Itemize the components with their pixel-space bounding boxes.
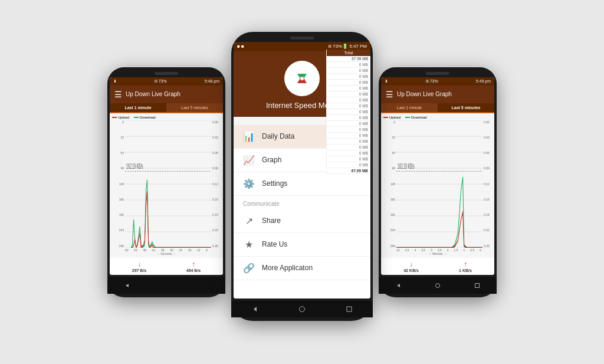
left-graph-svg-element: 162.19 KB/s <box>125 120 211 248</box>
right-upload-arrow-icon: ↑ <box>464 260 467 268</box>
right-download-label: Download <box>411 116 427 119</box>
left-download-speed: ↓ 297 B/s <box>132 260 147 273</box>
left-app-title: Up Down Live Graph <box>126 91 180 97</box>
left-back-btn[interactable] <box>122 281 132 290</box>
left-status-time: 5:48 pm <box>205 79 219 83</box>
right-download-dot <box>405 117 410 118</box>
center-app-icon <box>284 61 320 96</box>
center-phone-speaker <box>290 37 314 40</box>
left-legend-upload: Upload <box>112 116 129 119</box>
center-settings-label: Settings <box>262 179 287 188</box>
left-status-signal: lll 73% <box>155 79 167 83</box>
right-x-axis-label: 104.543.532.521.510.50 ← Minutes → <box>383 248 492 255</box>
right-graph-area: Upload Download 256 224 192 160 128 96 <box>381 113 494 258</box>
center-data-total: 67.99 MB <box>327 168 370 174</box>
left-graph-legend: Upload Download <box>112 116 221 119</box>
right-download-arrow-icon: ↓ <box>409 260 413 268</box>
right-phone: ⬇ lll 73% 5:49 pm ☰ Up Down Live Graph L… <box>379 67 497 297</box>
left-tab-5min[interactable]: Last 5 minutes <box>166 103 223 112</box>
right-hamburger-icon[interactable]: ☰ <box>386 90 393 99</box>
left-graph-svg: 162.19 KB/s <box>125 120 211 248</box>
svg-point-16 <box>300 306 305 311</box>
center-share-icon: ↗ <box>243 215 255 227</box>
svg-text:162.19 KB/s: 162.19 KB/s <box>126 162 143 170</box>
center-phone-screen: ■ ■ lll 73%🔋 5:47 PM <box>234 42 370 299</box>
right-graph-svg-element: 162.19 KB/s <box>396 120 482 248</box>
left-upload-dot <box>112 117 117 118</box>
left-hamburger-icon[interactable]: ☰ <box>114 90 122 99</box>
right-upload-speed: ↑ 1 KB/s <box>459 260 472 273</box>
center-status-right: lll 73%🔋 5:47 PM <box>328 44 367 49</box>
center-back-btn[interactable] <box>250 304 260 314</box>
left-x-axis-label: 6054484236302418126 ← Seconds → <box>112 248 221 255</box>
right-graph-legend: Upload Download <box>383 116 492 119</box>
left-download-arrow-icon: ↓ <box>137 260 141 268</box>
center-menu-share[interactable]: ↗ Share <box>234 209 370 233</box>
center-data-overlay: Total 67.99 MB 0 MB 0 MB 0 MB 0 MB 0 MB … <box>326 50 370 174</box>
center-menu-rate[interactable]: ★ Rate Us <box>234 233 370 257</box>
right-home-btn[interactable] <box>433 281 442 290</box>
right-status-signal: lll 73% <box>426 79 438 83</box>
left-app-header: ☰ Up Down Live Graph <box>110 86 223 103</box>
right-x-label: ← Minutes → <box>429 252 447 255</box>
svg-rect-31 <box>475 283 479 287</box>
right-app-title: Up Down Live Graph <box>397 91 452 97</box>
left-right-axis: 0.25 0.22 0.19 0.16 0.12 0.09 0.06 0.03 … <box>211 120 221 248</box>
right-graph-container: 256 224 192 160 128 96 64 32 0 <box>383 120 492 248</box>
left-upload-arrow-icon: ↑ <box>192 260 195 268</box>
right-phone-screen: ⬇ lll 73% 5:49 pm ☰ Up Down Live Graph L… <box>381 77 494 275</box>
center-communicate-section: Communicate <box>234 196 370 209</box>
left-home-btn[interactable] <box>162 281 171 290</box>
left-x-label: ← Seconds → <box>157 252 176 255</box>
center-data-row-1: 67.99 MB <box>327 56 370 62</box>
right-graph-svg: 162.19 KB/s <box>396 120 482 248</box>
left-y-axis: 256 224 192 160 128 96 64 32 0 <box>112 120 125 248</box>
right-status-time: 5:49 pm <box>476 79 491 83</box>
center-phone-nav <box>231 301 373 317</box>
center-menu-more[interactable]: 🔗 More Applicaton <box>234 257 370 280</box>
center-menu-settings[interactable]: ⚙️ Settings <box>234 172 370 196</box>
left-upload-value: 464 B/s <box>186 268 201 273</box>
center-home-btn[interactable] <box>297 304 307 314</box>
center-more-label: More Applicaton <box>262 264 313 272</box>
right-speed-readout: ↓ 42 KB/s ↑ 1 KB/s <box>381 258 494 275</box>
left-legend-download: Download <box>134 116 156 119</box>
left-graph-area: Upload Download 256 224 192 160 128 96 <box>110 113 223 258</box>
left-phone-nav <box>107 277 225 294</box>
center-signal: lll <box>328 44 331 49</box>
left-download-dot <box>134 117 139 118</box>
left-upload-speed: ↑ 464 B/s <box>186 260 201 273</box>
svg-point-30 <box>435 283 439 287</box>
center-more-icon: 🔗 <box>243 263 255 274</box>
center-rate-label: Rate Us <box>262 240 287 248</box>
right-back-btn[interactable] <box>393 281 403 290</box>
center-speed-icon <box>289 65 315 91</box>
right-upload-label: Upload <box>389 116 401 119</box>
right-recent-btn[interactable] <box>472 281 482 290</box>
center-total-header: Total <box>327 50 370 56</box>
center-share-label: Share <box>262 217 281 225</box>
left-speed-readout: ↓ 297 B/s ↑ 464 B/s <box>110 258 223 275</box>
left-recent-btn[interactable] <box>201 281 211 290</box>
svg-rect-17 <box>347 307 352 311</box>
right-download-speed: ↓ 42 KB/s <box>403 260 419 273</box>
svg-point-14 <box>300 77 304 80</box>
right-tab-bar: Last 1 minute Last 5 minutes <box>381 103 494 113</box>
right-status-icon: ⬇ <box>385 79 388 84</box>
center-status-notif: ■ ■ <box>237 44 244 49</box>
center-recent-btn[interactable] <box>344 304 354 314</box>
right-app-header: ☰ Up Down Live Graph <box>381 86 494 103</box>
svg-text:162.19 KB/s: 162.19 KB/s <box>398 162 415 170</box>
scene: ⬇ lll 73% 5:48 pm ☰ Up Down Live Graph L… <box>0 0 604 364</box>
right-tab-1min[interactable]: Last 1 minute <box>381 103 438 112</box>
svg-marker-29 <box>397 284 400 287</box>
center-rate-icon: ★ <box>243 239 255 250</box>
left-phone: ⬇ lll 73% 5:48 pm ☰ Up Down Live Graph L… <box>107 67 225 297</box>
right-tab-5min[interactable]: Last 5 minutes <box>438 103 494 112</box>
left-upload-label: Upload <box>118 116 129 119</box>
right-upload-dot <box>383 117 388 118</box>
center-settings-icon: ⚙️ <box>243 178 255 189</box>
center-graph-icon: 📈 <box>243 155 255 166</box>
center-time: 5:47 PM <box>349 44 367 49</box>
left-tab-1min[interactable]: Last 1 minute <box>110 103 166 112</box>
